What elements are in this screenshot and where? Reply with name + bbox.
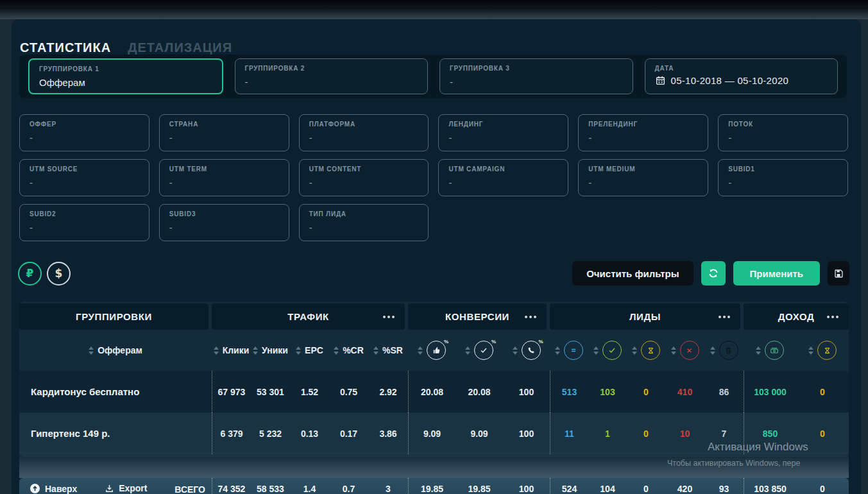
- column-income-pending: [796, 341, 849, 360]
- cell-epc: 0.13: [290, 413, 329, 454]
- column-label: Уники: [262, 345, 288, 355]
- field-value: -: [450, 76, 623, 87]
- filter-utm-term[interactable]: UTM TERM -: [159, 159, 289, 196]
- filter-subid1[interactable]: SUBID1 -: [718, 159, 848, 196]
- column-offer-group: Офферам: [19, 345, 212, 355]
- total-label: ВСЕГО: [174, 483, 205, 494]
- footer-income-pending: 0: [796, 478, 849, 494]
- column-menu-icon[interactable]: [719, 316, 730, 318]
- sort-icon[interactable]: [465, 346, 470, 355]
- filter-country[interactable]: СТРАНА -: [159, 114, 289, 151]
- apply-button[interactable]: Применить: [733, 261, 820, 285]
- back-to-top-button[interactable]: Наверх: [30, 483, 77, 494]
- column-menu-icon[interactable]: [383, 316, 395, 318]
- hourglass-icon: [641, 341, 660, 360]
- column-label: EPC: [305, 345, 323, 355]
- tab-details[interactable]: ДЕТАЛИЗАЦИЯ: [128, 40, 232, 55]
- field-label: SUBID3: [169, 210, 279, 217]
- filter-subid3[interactable]: SUBID3 -: [159, 204, 289, 241]
- footer-leads-trash: 93: [704, 478, 744, 494]
- column-income-confirmed: [744, 341, 796, 360]
- group-header-leads: ЛИДЫ: [550, 303, 740, 330]
- field-label: SUBID1: [728, 166, 838, 173]
- cell-leads-rejected: 410: [665, 371, 704, 413]
- grouping-2-field[interactable]: ГРУППИРОВКА 2 -: [235, 58, 429, 94]
- main-panel: СТАТИСТИКА ДЕТАЛИЗАЦИЯ ГРУППИРОВКА 1 Офф…: [12, 19, 861, 494]
- field-value: Офферам: [39, 77, 212, 88]
- column-conv-confirm-rate: %: [455, 341, 503, 360]
- window-top-bar: [0, 0, 868, 19]
- sort-icon[interactable]: [253, 346, 258, 355]
- field-label: СТРАНА: [169, 121, 279, 128]
- field-value: -: [588, 177, 698, 188]
- sort-icon[interactable]: [555, 346, 560, 355]
- sort-icon[interactable]: [214, 346, 219, 355]
- cell-conv-call: 100: [503, 371, 550, 413]
- sort-icon[interactable]: [334, 346, 339, 355]
- check-icon: [602, 341, 622, 360]
- field-label: UTM CONTENT: [309, 166, 419, 173]
- sort-icon[interactable]: [296, 346, 301, 355]
- thumb-up-percent-icon: %: [427, 341, 446, 360]
- filter-utm-campaign[interactable]: UTM CAMPAIGN -: [438, 159, 568, 196]
- footer-left-tools: Наверх Export ВСЕГО: [19, 478, 212, 494]
- sort-icon[interactable]: [671, 346, 676, 355]
- column-leads-trash: [704, 341, 744, 360]
- cell-uniques: 5 232: [251, 413, 290, 454]
- column-label: Офферам: [98, 345, 142, 355]
- date-range-value: 05-10-2018 — 05-10-2020: [671, 75, 789, 86]
- footer-conv-call: 100: [503, 478, 550, 494]
- field-value: -: [309, 177, 419, 188]
- sort-icon[interactable]: [710, 346, 715, 355]
- clear-filters-button[interactable]: Очистить фильтры: [572, 261, 693, 285]
- column-epc: EPC: [290, 345, 329, 355]
- filter-lead-type[interactable]: ТИП ЛИДА -: [299, 204, 429, 241]
- currency-ruble-toggle[interactable]: ₽: [18, 262, 42, 285]
- grouping-1-field[interactable]: ГРУППИРОВКА 1 Офферам: [28, 58, 223, 94]
- refresh-button[interactable]: [701, 261, 726, 285]
- group-header-label: ЛИДЫ: [629, 311, 661, 322]
- export-button[interactable]: Export: [105, 483, 147, 493]
- table-footer: Наверх Export ВСЕГО 74 352 58 533 1.4 0.…: [19, 478, 849, 494]
- sort-icon[interactable]: [89, 346, 94, 355]
- cell-leads-pending: 0: [627, 371, 665, 413]
- filter-subid2[interactable]: SUBID2 -: [19, 204, 149, 241]
- sort-icon[interactable]: [632, 346, 637, 355]
- sort-icon[interactable]: [756, 346, 761, 355]
- sort-icon[interactable]: [593, 346, 599, 355]
- cell-epc: 1.52: [290, 371, 329, 413]
- sort-icon[interactable]: [513, 346, 518, 355]
- column-uniques: Уники: [251, 345, 290, 355]
- tab-statistics[interactable]: СТАТИСТИКА: [20, 40, 111, 55]
- hourglass-icon: [817, 341, 837, 360]
- sort-icon[interactable]: [418, 346, 423, 355]
- field-label: ДАТА: [655, 65, 828, 72]
- column-leads-rejected: [665, 341, 704, 360]
- cell-sr: 3.86: [368, 413, 408, 454]
- sort-icon[interactable]: [373, 346, 379, 355]
- field-label: ГРУППИРОВКА 3: [450, 65, 623, 72]
- group-header-income: ДОХОД: [744, 303, 849, 330]
- column-menu-icon[interactable]: [827, 316, 838, 318]
- filter-landing[interactable]: ЛЕНДИНГ -: [438, 114, 568, 151]
- footer-sr: 3: [368, 478, 408, 494]
- filter-stream[interactable]: ПОТОК -: [718, 114, 848, 151]
- filter-utm-medium[interactable]: UTM MEDIUM -: [578, 159, 708, 196]
- sort-icon[interactable]: [808, 346, 813, 355]
- currency-dollar-toggle[interactable]: $: [47, 262, 71, 285]
- footer-cr: 0.7: [329, 478, 368, 494]
- save-filters-button[interactable]: [828, 261, 849, 285]
- filter-utm-content[interactable]: UTM CONTENT -: [299, 159, 429, 196]
- filter-utm-source[interactable]: UTM SOURCE -: [19, 159, 149, 196]
- filter-offer[interactable]: ОФФЕР -: [19, 114, 149, 151]
- export-label: Export: [119, 483, 147, 493]
- grouping-3-field[interactable]: ГРУППИРОВКА 3 -: [439, 58, 633, 94]
- column-menu-icon[interactable]: [525, 316, 536, 318]
- filter-prelanding[interactable]: ПРЕЛЕНДИНГ -: [578, 114, 708, 151]
- date-range-field[interactable]: ДАТА 05-10-2018 — 05-10-2020: [645, 58, 838, 94]
- filter-platform[interactable]: ПЛАТФОРМА -: [299, 114, 429, 151]
- cell-leads-approved: 1: [588, 413, 627, 454]
- cell-sr: 2.92: [368, 371, 408, 413]
- footer-leads-approved: 104: [588, 478, 627, 494]
- column-leads-approved: [588, 341, 627, 360]
